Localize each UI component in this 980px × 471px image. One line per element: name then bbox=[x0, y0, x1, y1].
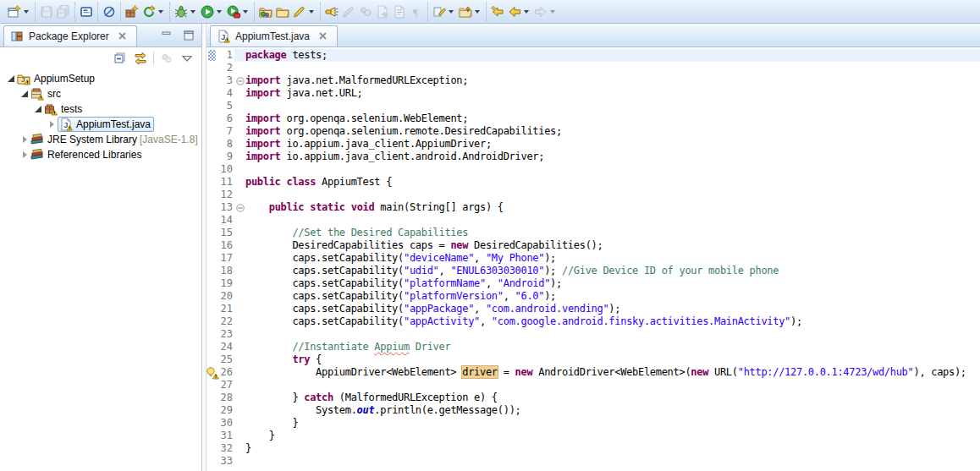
line-number[interactable]: 17 bbox=[217, 252, 234, 265]
dropdown-arrow-icon[interactable] bbox=[24, 10, 29, 14]
annotation-gutter[interactable] bbox=[206, 62, 217, 74]
code-text[interactable]: } bbox=[245, 442, 251, 455]
link-with-editor-button[interactable] bbox=[133, 51, 148, 66]
annotation-gutter[interactable] bbox=[206, 417, 217, 430]
code-text[interactable]: //Instantiate Appium Driver bbox=[245, 341, 450, 353]
view-menu-button[interactable] bbox=[179, 51, 195, 66]
tree-item-tests[interactable]: tests bbox=[0, 101, 201, 117]
code-line-6[interactable]: 6import org.openqa.selenium.WebElement; bbox=[206, 112, 980, 125]
code-line-body[interactable]: } bbox=[234, 430, 980, 442]
code-line-body[interactable] bbox=[234, 455, 980, 468]
code-line-body[interactable] bbox=[234, 214, 980, 227]
code-line-32[interactable]: 32} bbox=[206, 442, 980, 455]
line-number[interactable]: 8 bbox=[217, 138, 234, 151]
annotation-gutter[interactable] bbox=[206, 201, 217, 214]
search-button[interactable] bbox=[323, 3, 340, 21]
code-line-2[interactable]: 2 bbox=[206, 62, 980, 74]
code-line-body[interactable]: import io.appium.java_client.android.And… bbox=[234, 151, 980, 163]
code-line-body[interactable]: caps.setCapability("deviceName", "My Pho… bbox=[234, 252, 980, 265]
annotation-gutter[interactable] bbox=[206, 265, 217, 277]
line-number[interactable]: 15 bbox=[217, 227, 234, 239]
tree-item-content[interactable]: JRE System Library [JavaSE-1.8] bbox=[30, 133, 198, 146]
import-resource-button[interactable] bbox=[257, 3, 274, 21]
code-line-body[interactable]: import java.net.MalformedURLException; bbox=[234, 74, 980, 87]
annotation-gutter[interactable] bbox=[206, 227, 217, 239]
line-number[interactable]: 9 bbox=[217, 151, 234, 163]
line-number[interactable]: 12 bbox=[217, 189, 234, 201]
annotation-gutter[interactable] bbox=[206, 430, 217, 442]
code-editor[interactable]: 1package tests;23import java.net.Malform… bbox=[206, 47, 980, 471]
code-line-22[interactable]: 22 caps.setCapability("appActivity", "co… bbox=[206, 315, 980, 328]
run-button[interactable] bbox=[199, 3, 225, 21]
code-line-14[interactable]: 14 bbox=[206, 214, 980, 227]
line-number[interactable]: 13 bbox=[217, 201, 234, 214]
tree-item-src[interactable]: src bbox=[0, 86, 201, 101]
code-line-body[interactable]: caps.setCapability("platformVersion", "6… bbox=[234, 290, 980, 303]
dropdown-arrow-icon[interactable] bbox=[190, 10, 195, 14]
code-line-11[interactable]: 11public class AppiumTest { bbox=[206, 176, 980, 189]
line-number[interactable]: 23 bbox=[217, 328, 234, 341]
dropdown-arrow-icon[interactable] bbox=[217, 10, 222, 14]
annotation-gutter[interactable] bbox=[206, 151, 217, 163]
expanded-arrow-icon[interactable] bbox=[20, 90, 29, 98]
annotation-gutter[interactable] bbox=[206, 49, 217, 62]
fold-collapse-icon[interactable] bbox=[234, 74, 245, 87]
code-line-8[interactable]: 8import io.appium.java_client.AppiumDriv… bbox=[206, 138, 980, 151]
code-line-33[interactable]: 33 bbox=[206, 455, 980, 468]
code-line-body[interactable]: caps.setCapability("platformName", "Andr… bbox=[234, 277, 980, 290]
line-number[interactable]: 6 bbox=[217, 112, 234, 125]
line-number[interactable]: 26 bbox=[217, 366, 234, 379]
code-text[interactable]: AppiumDriver<WebElement> driver = new An… bbox=[245, 366, 966, 379]
code-line-26[interactable]: 26 AppiumDriver<WebElement> driver = new… bbox=[206, 366, 980, 379]
code-text[interactable]: caps.setCapability("platformVersion", "6… bbox=[245, 290, 556, 303]
code-line-7[interactable]: 7import org.openqa.selenium.remote.Desir… bbox=[206, 125, 980, 138]
code-line-1[interactable]: 1package tests; bbox=[206, 49, 980, 62]
line-number[interactable]: 24 bbox=[217, 341, 234, 353]
tree-item-appiumsetup[interactable]: JAppiumSetup bbox=[0, 71, 201, 86]
code-text[interactable]: import io.appium.java_client.android.And… bbox=[245, 151, 544, 163]
code-line-30[interactable]: 30 } bbox=[206, 417, 980, 430]
run-external-tools-button[interactable] bbox=[225, 3, 251, 21]
code-line-body[interactable]: } bbox=[234, 417, 980, 430]
code-text[interactable]: } catch (MalformedURLException e) { bbox=[245, 392, 498, 404]
collapsed-arrow-icon[interactable] bbox=[20, 151, 29, 158]
code-text[interactable]: caps.setCapability("appActivity", "com.g… bbox=[245, 315, 802, 328]
annotation-gutter[interactable] bbox=[206, 328, 217, 341]
code-line-24[interactable]: 24 //Instantiate Appium Driver bbox=[206, 341, 980, 353]
code-line-body[interactable]: AppiumDriver<WebElement> driver = new An… bbox=[234, 366, 980, 379]
code-line-body[interactable]: caps.setCapability("udid", "ENUL63030300… bbox=[234, 265, 980, 277]
line-number[interactable]: 33 bbox=[217, 455, 234, 468]
line-number[interactable]: 27 bbox=[217, 379, 234, 392]
annotation-gutter[interactable] bbox=[206, 252, 217, 265]
code-line-19[interactable]: 19 caps.setCapability("platformName", "A… bbox=[206, 277, 980, 290]
debug-button[interactable] bbox=[173, 3, 199, 21]
editor-tab-appiumtest[interactable]: J AppiumTest.java bbox=[210, 25, 338, 47]
line-number[interactable]: 16 bbox=[217, 239, 234, 252]
line-number[interactable]: 5 bbox=[217, 100, 234, 112]
code-text[interactable]: import java.net.MalformedURLException; bbox=[245, 74, 468, 87]
line-number[interactable]: 2 bbox=[217, 62, 234, 74]
code-text[interactable]: caps.setCapability("udid", "ENUL63030300… bbox=[245, 265, 779, 277]
expanded-arrow-icon[interactable] bbox=[7, 74, 15, 83]
annotation-gutter[interactable] bbox=[206, 163, 217, 176]
code-text[interactable]: } bbox=[245, 417, 298, 430]
line-number[interactable]: 30 bbox=[217, 417, 234, 430]
annotation-gutter[interactable] bbox=[206, 392, 217, 404]
next-annotation-button[interactable] bbox=[431, 3, 457, 21]
previous-annotation-button[interactable] bbox=[457, 3, 483, 21]
tree-item-jre-system-library[interactable]: JRE System Library [JavaSE-1.8] bbox=[0, 132, 201, 147]
code-line-9[interactable]: 9import io.appium.java_client.android.An… bbox=[206, 151, 980, 163]
line-number[interactable]: 28 bbox=[217, 392, 234, 404]
line-number[interactable]: 29 bbox=[217, 404, 234, 417]
skip-all-breakpoints-button[interactable] bbox=[101, 3, 118, 21]
line-number[interactable]: 21 bbox=[217, 303, 234, 315]
annotation-gutter[interactable] bbox=[206, 125, 217, 138]
annotation-gutter[interactable] bbox=[206, 341, 217, 353]
open-console-button[interactable] bbox=[78, 3, 95, 21]
code-line-27[interactable]: 27 bbox=[206, 379, 980, 392]
package-explorer-tab[interactable]: Package Explorer bbox=[3, 25, 137, 47]
code-line-23[interactable]: 23 bbox=[206, 328, 980, 341]
code-line-body[interactable]: //Set the Desired Capabilities bbox=[234, 227, 980, 239]
code-line-body[interactable]: caps.setCapability("appActivity", "com.g… bbox=[234, 315, 980, 328]
code-text[interactable]: import java.net.URL; bbox=[245, 87, 363, 100]
